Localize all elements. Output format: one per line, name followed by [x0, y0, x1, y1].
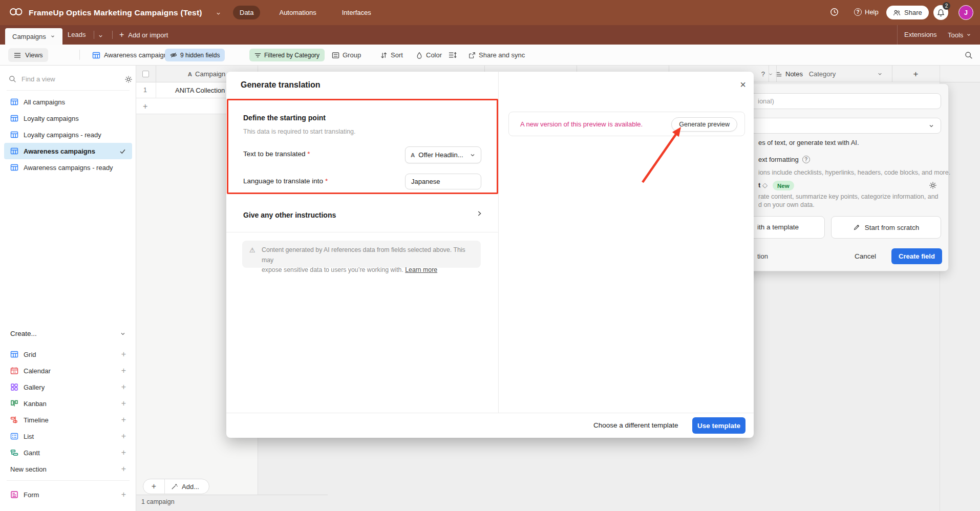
help-button[interactable]: ? Help	[854, 8, 879, 16]
filter-icon	[254, 52, 261, 58]
column-header-notes[interactable]: Notes	[771, 66, 889, 82]
rich-formatting-toggle[interactable]: ext formatting ?	[758, 156, 810, 163]
instructions-section-heading[interactable]: Give any other instructions	[243, 211, 336, 219]
create-kanban[interactable]: Kanban+	[4, 395, 132, 412]
search-icon[interactable]	[965, 51, 973, 59]
plus-icon[interactable]: +	[121, 432, 126, 440]
start-from-scratch-button[interactable]: Start from scratch	[831, 216, 941, 239]
create-new-section[interactable]: New section+	[4, 461, 132, 477]
add-or-import-button[interactable]: + Add or import	[119, 25, 168, 45]
find-view-input[interactable]: Find a view	[22, 75, 55, 83]
nav-data[interactable]: Data	[233, 6, 260, 19]
base-title[interactable]: FrameUp Optics Marketing Campaigns (Test…	[29, 0, 202, 25]
gear-icon[interactable]	[929, 181, 937, 189]
extensions-button[interactable]: Extensions	[904, 25, 937, 45]
search-icon	[9, 75, 16, 83]
plus-icon[interactable]: +	[121, 465, 126, 473]
create-field-button[interactable]: Create field	[891, 248, 942, 264]
plus-icon[interactable]: +	[121, 367, 126, 375]
share-button[interactable]: Share	[886, 6, 929, 19]
svg-text:31: 31	[13, 370, 16, 373]
field-type-help: es of text, or generate text with AI.	[758, 139, 859, 146]
chevron-down-icon	[966, 32, 971, 37]
chevron-down-icon[interactable]	[98, 33, 103, 39]
create-timeline[interactable]: Timeline+	[4, 412, 132, 428]
create-section-header[interactable]: Create...	[10, 330, 126, 337]
gantt-view-icon	[10, 449, 18, 457]
row-height-button[interactable]	[449, 45, 457, 66]
tab-campaigns[interactable]: Campaigns	[5, 28, 62, 45]
bell-icon	[937, 9, 945, 17]
share-sync-icon	[468, 52, 476, 59]
gear-icon[interactable]	[124, 75, 133, 83]
cancel-button[interactable]: Cancel	[855, 252, 876, 260]
create-grid[interactable]: Grid+	[4, 346, 132, 363]
nav-interfaces[interactable]: Interfaces	[335, 6, 378, 19]
sidebar-divider	[7, 90, 130, 91]
color-icon	[416, 52, 423, 59]
create-gantt[interactable]: Gantt+	[4, 444, 132, 461]
avatar[interactable]: J	[958, 5, 973, 20]
toolbar-separator	[79, 50, 80, 60]
learn-more-link[interactable]: Learn more	[405, 266, 437, 273]
create-gallery[interactable]: Gallery+	[4, 379, 132, 395]
text-to-translate-dropdown[interactable]: A Offer Headlin...	[405, 146, 481, 163]
grid-view-icon	[10, 114, 18, 122]
share-and-sync-button[interactable]: Share and sync	[468, 45, 525, 66]
hidden-fields-button[interactable]: 9 hidden fields	[165, 49, 225, 61]
plus-icon: +	[119, 31, 124, 39]
preview-message: A new version of this preview is availab…	[520, 112, 643, 137]
plus-icon[interactable]: +	[121, 449, 126, 457]
language-input[interactable]: Japanese	[405, 174, 481, 189]
sidebar-view-all-campaigns[interactable]: All campaigns	[4, 94, 132, 110]
views-button[interactable]: Views	[8, 48, 48, 62]
close-icon[interactable]: ×	[736, 78, 750, 91]
sidebar-view-awareness-ready[interactable]: Awareness campaigns - ready	[4, 159, 132, 176]
chevron-down-icon[interactable]	[216, 11, 221, 16]
campaign-cell[interactable]: ANITA Collection	[175, 82, 225, 98]
create-calendar[interactable]: 31 Calendar+	[4, 363, 132, 379]
chevron-down-icon	[928, 123, 934, 129]
tab-leads[interactable]: Leads	[68, 25, 86, 45]
sidebar-view-loyalty-ready[interactable]: Loyalty campaigns - ready	[4, 126, 132, 143]
plus-icon[interactable]: +	[121, 416, 126, 424]
add-description-link[interactable]: tion	[757, 252, 768, 260]
ai-note-1: rate content, summarize key points, cate…	[758, 193, 939, 200]
group-button[interactable]: Group	[332, 45, 361, 66]
generate-preview-button[interactable]: Generate preview	[671, 117, 737, 132]
generate-translation-modal: Generate translation × Define the starti…	[226, 72, 754, 438]
modal-footer: Choose a different template Use template	[226, 413, 754, 438]
history-icon[interactable]	[829, 7, 839, 17]
modal-title: Generate translation	[241, 80, 321, 90]
color-button[interactable]: Color	[416, 45, 442, 66]
filter-button[interactable]: Filtered by Category	[249, 49, 325, 61]
tools-button[interactable]: Tools	[948, 25, 971, 45]
plus-icon[interactable]: +	[121, 350, 126, 358]
gallery-view-icon	[10, 383, 18, 391]
add-record-button[interactable]: +	[143, 479, 165, 494]
sidebar-view-loyalty[interactable]: Loyalty campaigns	[4, 110, 132, 126]
plus-icon[interactable]: +	[121, 383, 126, 391]
single-line-text-icon: A	[188, 71, 192, 77]
record-count: 1 campaign	[141, 498, 175, 505]
add-with-ai-button[interactable]: Add...	[165, 479, 209, 494]
ai-warning-box: ⚠ Content generated by AI references dat…	[242, 241, 481, 268]
select-all-checkbox[interactable]	[142, 71, 149, 77]
nav-automations[interactable]: Automations	[272, 6, 323, 19]
add-field-button[interactable]: +	[892, 66, 940, 82]
create-list[interactable]: List+	[4, 428, 132, 444]
sort-button[interactable]: Sort	[380, 45, 403, 66]
plus-icon[interactable]: +	[121, 491, 126, 499]
chevron-right-icon[interactable]	[476, 210, 483, 217]
sidebar-view-awareness[interactable]: Awareness campaigns	[4, 143, 132, 159]
column-header-ready[interactable]: ?	[753, 66, 773, 82]
find-a-view[interactable]: Find a view	[0, 73, 136, 87]
create-form[interactable]: Form+	[4, 486, 132, 503]
summary-divider	[136, 495, 328, 495]
chevron-down-icon	[877, 71, 883, 77]
plus-icon[interactable]: +	[121, 399, 126, 408]
row-height-icon	[449, 51, 457, 59]
choose-different-template-link[interactable]: Choose a different template	[593, 421, 678, 429]
diamond-icon: ◇	[762, 181, 768, 189]
use-template-button[interactable]: Use template	[692, 417, 745, 434]
